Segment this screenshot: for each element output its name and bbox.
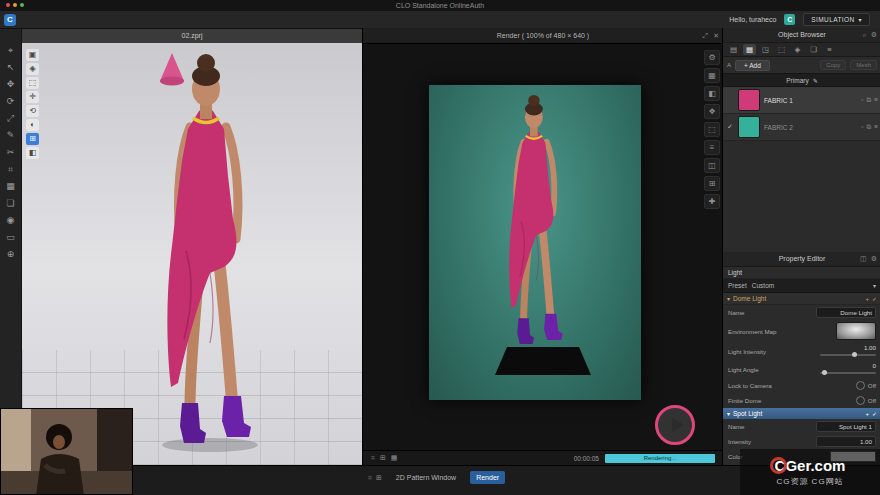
tab-2d-pattern-window[interactable]: 2D Pattern Window: [390, 471, 462, 484]
spot-name-input[interactable]: Spot Light 1: [816, 421, 876, 432]
simulation-button[interactable]: SIMULATION ▾: [803, 13, 870, 26]
play-button[interactable]: [655, 405, 695, 445]
light-intensity-row: Light Intensity 1.00: [723, 342, 880, 360]
dock-icon[interactable]: ◫: [860, 252, 867, 266]
visible-icon[interactable]: ▫: [861, 96, 863, 104]
button-tab-icon[interactable]: ◈: [791, 44, 804, 55]
item-menu-icon[interactable]: ≡: [874, 123, 878, 131]
primary-group-row[interactable]: Primary ✎: [723, 73, 880, 87]
webcam-video: [0, 408, 133, 495]
list-tab-icon[interactable]: ≡: [823, 44, 836, 55]
scale-icon[interactable]: ⤢: [3, 111, 19, 126]
copy-button[interactable]: Copy: [820, 60, 846, 70]
account-icon[interactable]: C: [784, 14, 795, 25]
mesh-button[interactable]: Mesh: [850, 60, 877, 70]
add-light-icon[interactable]: +: [865, 411, 869, 417]
finite-dome-toggle[interactable]: Off: [856, 396, 876, 405]
copy-item-icon[interactable]: ⧉: [867, 96, 872, 104]
view-cube-icon[interactable]: ▣: [26, 49, 39, 61]
view-gizmo-icon[interactable]: ◈: [26, 63, 39, 75]
thumbnails-icon[interactable]: ▦: [391, 454, 398, 462]
close-icon[interactable]: ✕: [713, 28, 719, 43]
fabric-tab-icon[interactable]: ⬚: [775, 44, 788, 55]
avatar-icon[interactable]: ◉: [3, 213, 19, 228]
dock-grid-icon[interactable]: ⊞: [376, 471, 382, 484]
fabric2-check[interactable]: ✓: [726, 123, 734, 131]
spot-enabled-checkbox[interactable]: ✓: [872, 410, 877, 417]
quality-icon[interactable]: ❖: [704, 104, 720, 119]
close-window-icon[interactable]: [6, 3, 10, 7]
measure-icon[interactable]: ⌗: [3, 162, 19, 177]
add-icon[interactable]: ✚: [704, 194, 720, 209]
pen-icon[interactable]: ✎: [3, 128, 19, 143]
environment-map-label: Environment Map: [728, 328, 832, 335]
edit-icon[interactable]: ✎: [813, 77, 818, 84]
settings-icon[interactable]: ⚙: [871, 28, 877, 42]
view-pan-icon[interactable]: ✛: [26, 91, 39, 103]
dome-name-input[interactable]: Dome Light: [816, 307, 876, 318]
fabric-row-1[interactable]: FABRIC 1 ▫⧉≡: [723, 87, 880, 114]
fit-view-icon[interactable]: ⌗: [371, 454, 375, 462]
item-menu-icon[interactable]: ≡: [874, 96, 878, 104]
zoom-icon[interactable]: ⊕: [3, 247, 19, 262]
scene-tab-icon[interactable]: ▤: [727, 44, 740, 55]
rendered-image: [429, 85, 641, 400]
view-orbit-icon[interactable]: ⟲: [26, 105, 39, 117]
compare-icon[interactable]: ◫: [704, 158, 720, 173]
layers-icon[interactable]: ❏: [3, 196, 19, 211]
view-snapshot-icon[interactable]: ◧: [26, 147, 39, 159]
window-controls[interactable]: [6, 3, 24, 7]
view-frame-icon[interactable]: ⬚: [26, 77, 39, 89]
tile-view-icon[interactable]: ⊞: [380, 454, 386, 462]
tab-render[interactable]: Render: [470, 471, 505, 484]
tape-icon[interactable]: ▭: [3, 230, 19, 245]
dome-enabled-checkbox[interactable]: ✓: [872, 295, 877, 302]
minimize-window-icon[interactable]: [13, 3, 17, 7]
image-settings-icon[interactable]: ▦: [704, 68, 720, 83]
light-angle-slider[interactable]: [820, 372, 876, 374]
move-icon[interactable]: ↖: [3, 60, 19, 75]
light-intensity-value[interactable]: 1.00: [820, 344, 876, 351]
rotate-icon[interactable]: ⟳: [3, 94, 19, 109]
fabric2-swatch[interactable]: [738, 116, 760, 138]
spot-light-section[interactable]: ▾ Spot Light + ✓: [723, 408, 880, 419]
preset-dropdown[interactable]: Preset Custom ▾: [723, 279, 880, 293]
light-angle-value[interactable]: 0: [820, 362, 876, 369]
select-icon[interactable]: ⌖: [3, 43, 19, 58]
grid-icon[interactable]: ⊞: [704, 176, 720, 191]
lock-to-camera-toggle[interactable]: Off: [856, 381, 876, 390]
dock-left-icon[interactable]: ⌗: [368, 471, 372, 484]
view-shade-icon[interactable]: ◐: [26, 119, 39, 131]
fabric-row-2[interactable]: ✓ FABRIC 2 ▫⧉≡: [723, 114, 880, 141]
copy-item-icon[interactable]: ⧉: [867, 123, 872, 131]
collapse-icon[interactable]: ▾: [727, 295, 730, 302]
garment-tab-icon[interactable]: ▦: [743, 44, 756, 55]
dome-light-section[interactable]: ▾ Dome Light + ✓: [723, 293, 880, 305]
light-angle-row: Light Angle 0: [723, 360, 880, 378]
add-light-icon[interactable]: +: [865, 296, 869, 302]
search-icon[interactable]: ⌕: [863, 28, 867, 42]
scissors-icon[interactable]: ✂: [3, 145, 19, 160]
region-icon[interactable]: ⬚: [704, 122, 720, 137]
fabric-icon[interactable]: ▦: [3, 179, 19, 194]
fabric1-swatch[interactable]: [738, 89, 760, 111]
list-icon[interactable]: ≡: [704, 140, 720, 155]
watermark-title: CGer.com: [775, 458, 846, 474]
detach-icon[interactable]: ⤢: [703, 28, 709, 43]
viewport-3d[interactable]: 02.zprj ▣◈⬚✛⟲◐⊞◧: [22, 29, 362, 465]
visible-icon[interactable]: ▫: [861, 123, 863, 131]
environment-map-thumbnail[interactable]: [836, 322, 876, 340]
trim-tab-icon[interactable]: ❏: [807, 44, 820, 55]
object-browser-title: Object Browser: [778, 31, 826, 38]
light-intensity-slider[interactable]: [820, 354, 876, 356]
light-settings-icon[interactable]: ◧: [704, 86, 720, 101]
spot-intensity-input[interactable]: 1.00: [816, 436, 876, 447]
render-settings-icon[interactable]: ⚙: [704, 50, 720, 65]
transform-icon[interactable]: ✥: [3, 77, 19, 92]
collapse-icon[interactable]: ▾: [727, 410, 730, 417]
gear-icon[interactable]: ⚙: [871, 252, 877, 266]
add-fabric-button[interactable]: + Add: [735, 60, 770, 71]
avatar-tab-icon[interactable]: ◳: [759, 44, 772, 55]
view-grid-icon[interactable]: ⊞: [26, 133, 39, 145]
maximize-window-icon[interactable]: [20, 3, 24, 7]
